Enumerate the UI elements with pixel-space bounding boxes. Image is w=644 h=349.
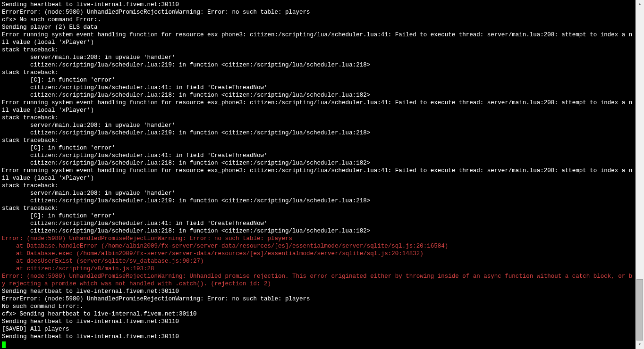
terminal-line: [SAVED] All players	[2, 325, 634, 333]
terminal-line: Sending heartbeat to live-internal.fivem…	[2, 318, 634, 325]
terminal-line: Error running system event handling func…	[2, 167, 634, 182]
terminal-line: citizen:/scripting/lua/scheduler.lua:41:…	[2, 84, 634, 91]
scrollbar[interactable]: ▴ ▾	[636, 0, 644, 349]
terminal-line: citizen:/scripting/lua/scheduler.lua:219…	[2, 61, 634, 69]
terminal-line: Sending player (2) ELS data	[2, 24, 634, 31]
terminal-line: server/main.lua:208: in upvalue 'handler…	[2, 122, 634, 129]
terminal-line: stack traceback:	[2, 114, 634, 122]
terminal-line: Error running system event handling func…	[2, 99, 634, 114]
scrollbar-up-arrow[interactable]: ▴	[636, 0, 644, 8]
terminal-line: at citizen:/scripting/v8/main.js:193:28	[2, 265, 634, 273]
terminal-line: Error running system event handling func…	[2, 31, 634, 46]
terminal-line: stack traceback:	[2, 46, 634, 54]
terminal-line: citizen:/scripting/lua/scheduler.lua:41:…	[2, 220, 634, 227]
terminal-line: [C]: in function 'error'	[2, 76, 634, 84]
terminal-line: at Database.exec (/home/albin2009/fx-ser…	[2, 250, 634, 258]
terminal-line: stack traceback:	[2, 205, 634, 212]
terminal-line: citizen:/scripting/lua/scheduler.lua:218…	[2, 159, 634, 167]
scrollbar-track[interactable]	[636, 8, 644, 341]
terminal-line: citizen:/scripting/lua/scheduler.lua:41:…	[2, 152, 634, 159]
terminal-line: No such command Error:.	[2, 303, 634, 310]
scrollbar-thumb[interactable]	[636, 279, 643, 341]
terminal-line: citizen:/scripting/lua/scheduler.lua:219…	[2, 197, 634, 205]
terminal-line: server/main.lua:208: in upvalue 'handler…	[2, 190, 634, 197]
terminal-line: [C]: in function 'error'	[2, 144, 634, 152]
terminal-cursor-line	[2, 341, 634, 348]
terminal-line: citizen:/scripting/lua/scheduler.lua:218…	[2, 227, 634, 235]
terminal-line: server/main.lua:208: in upvalue 'handler…	[2, 54, 634, 61]
terminal-line: citizen:/scripting/lua/scheduler.lua:218…	[2, 91, 634, 99]
terminal-line: Error: (node:5980) UnhandledPromiseRejec…	[2, 235, 634, 242]
terminal-line: at Database.handleError (/home/albin2009…	[2, 242, 634, 250]
terminal-output[interactable]: Sending heartbeat to live-internal.fivem…	[0, 0, 636, 349]
terminal-line: at doesUserExist (server/sqlite/sv_datab…	[2, 258, 634, 265]
terminal-line: cfx> Sending heartbeat to live-internal.…	[2, 310, 634, 318]
terminal-line: Error: (node:5980) UnhandledPromiseRejec…	[2, 273, 634, 288]
terminal-line: [C]: in function 'error'	[2, 212, 634, 220]
terminal-line: ErrorError: (node:5980) UnhandledPromise…	[2, 8, 634, 16]
terminal-line: stack traceback:	[2, 182, 634, 190]
terminal-line: citizen:/scripting/lua/scheduler.lua:219…	[2, 129, 634, 137]
terminal-container: Sending heartbeat to live-internal.fivem…	[0, 0, 644, 349]
terminal-line: Sending heartbeat to live-internal.fivem…	[2, 288, 634, 295]
scrollbar-down-arrow[interactable]: ▾	[636, 341, 644, 349]
terminal-line: Sending heartbeat to live-internal.fivem…	[2, 333, 634, 341]
terminal-line: stack traceback:	[2, 69, 634, 76]
cursor	[2, 341, 6, 348]
terminal-line: ErrorError: (node:5980) UnhandledPromise…	[2, 295, 634, 303]
terminal-line: stack traceback:	[2, 137, 634, 144]
terminal-line: cfx> No such command Error:.	[2, 16, 634, 24]
terminal-line: Sending heartbeat to live-internal.fivem…	[2, 1, 634, 8]
